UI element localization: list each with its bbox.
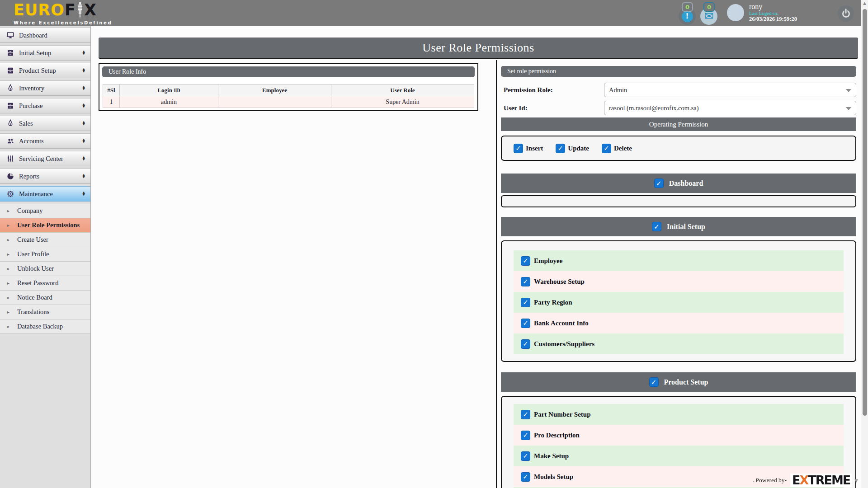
perm-row-customers-suppliers: Customers/Suppliers bbox=[514, 333, 844, 354]
chevron-down-icon: ▼ bbox=[854, 478, 858, 483]
dashboard-section-checkbox[interactable] bbox=[654, 178, 664, 188]
chevron-right-icon: ▸ bbox=[7, 281, 13, 286]
perm-row-party-region: Party Region bbox=[514, 292, 844, 313]
bank-account-info-checkbox[interactable] bbox=[521, 319, 530, 328]
sliders-icon bbox=[5, 155, 15, 163]
perm-row-part-number-setup: Part Number Setup bbox=[514, 404, 844, 425]
operating-permission-title: Operating Permission bbox=[501, 117, 856, 131]
expand-arrows-icon: ▲▼ bbox=[83, 103, 85, 108]
user-role-table: #Sl Login ID Employee User Role 1 admin … bbox=[103, 84, 474, 108]
table-row[interactable]: 1 admin Super Admin bbox=[103, 96, 474, 108]
user-role-info-panel: User Role Info #Sl Login ID Employee Use… bbox=[99, 63, 478, 111]
ink-pen-icon bbox=[5, 84, 15, 92]
page-title: User Role Permissions bbox=[99, 38, 858, 59]
col-header-login-id: Login ID bbox=[120, 84, 218, 96]
sidebar-item-product-setup[interactable]: Product Setup ▲▼ bbox=[0, 63, 90, 78]
permission-role-select[interactable]: Admin bbox=[604, 83, 856, 97]
expand-arrows-icon: ▲▼ bbox=[83, 174, 85, 179]
expand-arrows-icon: ▲▼ bbox=[83, 121, 85, 126]
sidebar-subitem-unblock-user[interactable]: ▸ Unblock User bbox=[0, 262, 90, 276]
sidebar-item-accounts[interactable]: Accounts ▲▼ bbox=[0, 133, 90, 149]
col-header-employee: Employee bbox=[218, 84, 331, 96]
sidebar-item-maintenance[interactable]: ⚙ Maintenance ▲▼ bbox=[0, 186, 90, 202]
logo-tagline: Where ExcellenceIsDefined bbox=[14, 20, 112, 25]
last-login-label: Last Loged-in: bbox=[749, 10, 797, 16]
alert-notification-button[interactable]: ! 0 bbox=[677, 2, 697, 25]
chevron-right-icon: ▸ bbox=[7, 295, 13, 300]
employee-checkbox[interactable] bbox=[521, 256, 530, 266]
cell-employee bbox=[218, 96, 331, 108]
sidebar-subitem-user-profile[interactable]: ▸ User Profile bbox=[0, 247, 90, 262]
permission-role-label: Permission Role: bbox=[501, 86, 604, 94]
make-setup-checkbox[interactable] bbox=[521, 451, 530, 461]
operating-permission-box: Insert Update Delete bbox=[501, 136, 856, 161]
spark-plug-icon bbox=[76, 2, 84, 20]
set-role-permission-title: Set role permission bbox=[501, 66, 856, 77]
sidebar-subitem-create-user[interactable]: ▸ Create User bbox=[0, 233, 90, 247]
chevron-right-icon: ▸ bbox=[7, 223, 13, 228]
cabinet-icon bbox=[5, 66, 15, 75]
user-id-label: User Id: bbox=[501, 104, 604, 112]
sidebar-subitem-company[interactable]: ▸ Company bbox=[0, 204, 90, 218]
part-number-setup-checkbox[interactable] bbox=[521, 410, 530, 419]
sidebar-item-reports[interactable]: Reports ▲▼ bbox=[0, 169, 90, 184]
cell-user-role: Super Admin bbox=[331, 96, 474, 108]
user-id-row: User Id: rasool (m.rasoul@eurofix.com.sa… bbox=[501, 101, 856, 115]
user-info: rony Last Loged-in: 26/03/2026 19:59:20 bbox=[749, 3, 797, 22]
sidebar-subitem-database-backup[interactable]: ▸ Database Backup bbox=[0, 319, 90, 334]
party-region-checkbox[interactable] bbox=[521, 298, 530, 307]
sidebar-item-servicing-center[interactable]: Servicing Center ▲▼ bbox=[0, 151, 90, 166]
update-checkbox[interactable] bbox=[556, 144, 565, 153]
pie-chart-icon bbox=[5, 172, 15, 180]
insert-checkbox[interactable] bbox=[514, 144, 523, 153]
perm-row-employee: Employee bbox=[514, 250, 844, 271]
product-setup-section-checkbox[interactable] bbox=[649, 377, 659, 387]
sidebar-subitem-reset-password[interactable]: ▸ Reset Password bbox=[0, 276, 90, 291]
sidebar-item-inventory[interactable]: Inventory ▲▼ bbox=[0, 80, 90, 96]
sidebar-item-initial-setup[interactable]: Initial Setup ▲▼ bbox=[0, 45, 90, 61]
table-header-row: #Sl Login ID Employee User Role bbox=[103, 84, 474, 96]
cabinet-icon bbox=[5, 102, 15, 110]
gear-icon: ⚙ bbox=[5, 190, 15, 198]
sidebar-nav: Dashboard Initial Setup ▲▼ Product Setup… bbox=[0, 26, 91, 488]
col-header-user-role: User Role bbox=[331, 84, 474, 96]
perm-row-make-setup: Make Setup bbox=[514, 446, 844, 466]
scrollbar-thumb[interactable] bbox=[863, 9, 867, 416]
sidebar-item-dashboard[interactable]: Dashboard bbox=[0, 28, 90, 43]
expand-arrows-icon: ▲▼ bbox=[83, 86, 85, 91]
sidebar-item-purchase[interactable]: Purchase ▲▼ bbox=[0, 98, 90, 113]
models-setup-checkbox[interactable] bbox=[521, 472, 530, 482]
user-name: rony bbox=[749, 3, 797, 10]
alert-count-badge: 0 bbox=[682, 2, 693, 12]
page-scrollbar[interactable]: ▲ bbox=[861, 0, 868, 488]
update-option: Update bbox=[556, 144, 589, 153]
mail-count-badge: 0 bbox=[703, 2, 715, 12]
scroll-up-arrow-icon[interactable]: ▲ bbox=[861, 1, 868, 5]
powered-by-footer: . Powered by- EXTREME ▼ bbox=[753, 474, 858, 487]
extreme-logo: EXTREME bbox=[790, 474, 852, 487]
initial-setup-section-checkbox[interactable] bbox=[652, 222, 661, 231]
cabinet-icon bbox=[5, 49, 15, 57]
main-content: User Role Permissions User Role Info #Sl… bbox=[91, 26, 868, 488]
monitor-icon bbox=[5, 31, 15, 39]
mail-notification-button[interactable]: ✉ 0 bbox=[699, 2, 719, 25]
sidebar-subitem-translations[interactable]: ▸ Translations bbox=[0, 305, 90, 319]
insert-option: Insert bbox=[514, 144, 543, 153]
sidebar-subitem-user-role-permissions[interactable]: ▸ User Role Permissions bbox=[0, 218, 90, 233]
user-role-info-title: User Role Info bbox=[102, 66, 475, 77]
pro-description-checkbox[interactable] bbox=[521, 431, 530, 440]
user-id-select[interactable]: rasool (m.rasoul@eurofix.com.sa) bbox=[604, 101, 856, 115]
logo-text-euro: EURO bbox=[14, 2, 65, 19]
logout-power-button[interactable] bbox=[838, 5, 854, 22]
delete-checkbox[interactable] bbox=[602, 144, 611, 153]
chevron-right-icon: ▸ bbox=[7, 266, 13, 271]
chevron-right-icon: ▸ bbox=[7, 208, 13, 213]
user-avatar bbox=[727, 4, 744, 21]
power-icon bbox=[842, 10, 850, 18]
warehouse-setup-checkbox[interactable] bbox=[521, 277, 530, 286]
sidebar-item-sales[interactable]: Sales ▲▼ bbox=[0, 116, 90, 131]
ink-pen-icon bbox=[5, 119, 15, 127]
customers-suppliers-checkbox[interactable] bbox=[521, 339, 530, 349]
sidebar-subitem-notice-board[interactable]: ▸ Notice Board bbox=[0, 291, 90, 305]
perm-row-warehouse-setup: Warehouse Setup bbox=[514, 271, 844, 292]
